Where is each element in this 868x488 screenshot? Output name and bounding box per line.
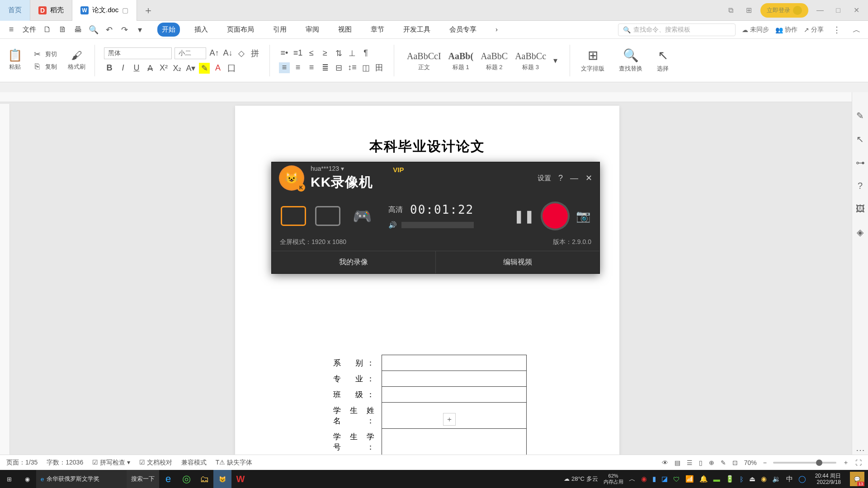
style-h2[interactable]: 标题 2: [486, 63, 503, 71]
missing-font[interactable]: T⚠ 缺失字体: [216, 459, 252, 467]
kk-minimize-button[interactable]: —: [570, 174, 578, 183]
textlayout-button[interactable]: ⊞文字排版: [576, 48, 610, 73]
phonetic-icon[interactable]: 拼: [250, 48, 260, 59]
tray-ime-icon[interactable]: 中: [786, 475, 793, 483]
more-menu-icon[interactable]: ⋮: [830, 23, 844, 37]
select-button[interactable]: ↖选择: [651, 48, 674, 73]
tab-document[interactable]: W论文.doc▢: [72, 0, 137, 21]
speaker-icon[interactable]: 🔊: [388, 221, 397, 229]
login-button[interactable]: 立即登录: [760, 3, 808, 18]
tab-view[interactable]: 视图: [334, 23, 356, 37]
table-addcol-button[interactable]: ＋: [443, 413, 456, 426]
kk-mode-game[interactable]: 🎮: [349, 206, 375, 226]
kk-mode-fullscreen[interactable]: [281, 206, 306, 226]
command-search[interactable]: 🔍查找命令、搜索模板: [618, 23, 736, 36]
sync-status[interactable]: ☁ 未同步: [742, 26, 769, 34]
kk-help-button[interactable]: ?: [558, 174, 563, 183]
tray-app4-icon[interactable]: ◉: [761, 475, 767, 483]
page-indicator[interactable]: 页面：1/35: [6, 459, 38, 467]
style-h1[interactable]: 标题 1: [453, 63, 469, 71]
view-edit-icon[interactable]: ✎: [721, 459, 726, 466]
align-right-button[interactable]: ≡: [306, 62, 317, 73]
clear-format-icon[interactable]: ◇: [236, 48, 247, 59]
tab-insert[interactable]: 插入: [190, 23, 212, 37]
align-distribute-button[interactable]: ⊟: [333, 62, 344, 73]
taskbar-ie[interactable]: e: [159, 470, 177, 488]
tray-app2-icon[interactable]: ▮: [652, 475, 656, 483]
kk-recorder-window[interactable]: 😺 hua***123 ▾ KK录像机 VIP 设置 ? — ✕ 🎮 高清 00…: [271, 162, 600, 274]
redo-icon[interactable]: ↷: [118, 23, 131, 37]
tray-nvidia-icon[interactable]: ▬: [713, 475, 720, 483]
bullets-button[interactable]: ≡•: [279, 48, 290, 59]
view-outline-icon[interactable]: ☰: [687, 459, 693, 466]
tray-wifi-icon[interactable]: 📶: [685, 475, 694, 483]
select-tool-icon[interactable]: ↖: [856, 134, 864, 145]
outdent-button[interactable]: ≤: [306, 48, 317, 59]
field-major-value[interactable]: [382, 371, 527, 387]
zoom-slider[interactable]: [773, 462, 836, 464]
share-button[interactable]: ↗ 分享: [804, 26, 824, 34]
hamburger-icon[interactable]: ≡: [5, 23, 18, 37]
search-go-button[interactable]: 搜索一下: [127, 470, 159, 488]
kk-quality[interactable]: 高清: [388, 205, 403, 215]
file-menu[interactable]: 文件: [20, 25, 39, 34]
tray-app1-icon[interactable]: ◉: [641, 475, 647, 483]
charborder-button[interactable]: 囗: [226, 63, 237, 74]
minimize-button[interactable]: —: [814, 4, 826, 17]
weather-widget[interactable]: ☁ 28°C 多云: [564, 475, 598, 483]
tray-app5-icon[interactable]: ◯: [798, 475, 806, 483]
tab-scroll-right[interactable]: ›: [491, 23, 502, 37]
saveas-icon[interactable]: 🗎: [56, 23, 70, 37]
collab-button[interactable]: 👥 协作: [775, 26, 797, 34]
zoom-in-button[interactable]: ＋: [843, 459, 849, 467]
save-icon[interactable]: 🗋: [41, 23, 54, 37]
style-body[interactable]: 正文: [418, 63, 430, 71]
start-button[interactable]: ⊞: [0, 470, 18, 488]
tab-home[interactable]: 首页: [0, 0, 30, 21]
kk-pause-button[interactable]: ❚❚: [514, 209, 534, 224]
field-class-value[interactable]: [382, 387, 527, 403]
settings-tool-icon[interactable]: ⊶: [856, 157, 865, 168]
view-web-icon[interactable]: ⊕: [709, 459, 714, 466]
taskbar-wps[interactable]: W: [231, 470, 250, 488]
kk-settings-button[interactable]: 设置: [538, 174, 551, 183]
kk-mode-region[interactable]: [315, 206, 340, 226]
showmarks-button[interactable]: ¶: [360, 48, 371, 59]
superscript-button[interactable]: X²: [158, 63, 169, 74]
tab-chapter[interactable]: 章节: [366, 23, 389, 37]
kk-screenshot-button[interactable]: 📷: [576, 209, 590, 223]
print-icon[interactable]: 🖶: [71, 23, 85, 37]
notification-center[interactable]: 💬13: [850, 472, 864, 486]
cut-button[interactable]: ✂剪切: [32, 49, 57, 60]
tray-usb-icon[interactable]: ⏏: [749, 475, 755, 483]
kk-username[interactable]: hua***123 ▾: [311, 165, 373, 172]
tab-member[interactable]: 会员专享: [445, 23, 481, 37]
grow-font-icon[interactable]: A↑: [209, 48, 220, 59]
undo-icon[interactable]: ↶: [102, 23, 116, 37]
fontsize-select[interactable]: 小二: [175, 47, 206, 59]
align-center-button[interactable]: ≡: [292, 62, 303, 73]
paste-button[interactable]: 粘贴: [9, 63, 21, 71]
close-button[interactable]: ✕: [850, 4, 863, 17]
tab-window-icon[interactable]: ▢: [122, 6, 128, 14]
pen-tool-icon[interactable]: ✎: [856, 110, 864, 121]
fontcolor-button[interactable]: A: [212, 63, 223, 74]
tray-volume-icon[interactable]: 🔉: [772, 475, 781, 483]
image-tool-icon[interactable]: 🖼: [856, 204, 865, 214]
fit-icon[interactable]: ⊡: [732, 459, 738, 466]
more-tools-icon[interactable]: ⋯: [856, 445, 865, 455]
tab-add[interactable]: ＋: [137, 4, 160, 17]
tabs-button[interactable]: ⊥: [347, 48, 358, 59]
kk-record-button[interactable]: [542, 203, 568, 229]
fullscreen-icon[interactable]: ⛶: [855, 459, 862, 466]
tab-reference[interactable]: 引用: [269, 23, 291, 37]
grid-icon[interactable]: ⊞: [742, 4, 755, 17]
spellcheck-button[interactable]: ☑ 拼写检查 ▾: [92, 459, 130, 467]
numbering-button[interactable]: ≡1: [292, 48, 303, 59]
memory-widget[interactable]: 62%内存占用: [604, 473, 623, 485]
underline-button[interactable]: U: [131, 63, 142, 74]
zoom-value[interactable]: 70%: [744, 459, 757, 466]
taskbar-clock[interactable]: 20:44 周日 2022/9/18: [811, 473, 844, 486]
kk-vip-badge[interactable]: VIP: [393, 166, 404, 174]
view-page-icon[interactable]: ▤: [675, 459, 680, 466]
